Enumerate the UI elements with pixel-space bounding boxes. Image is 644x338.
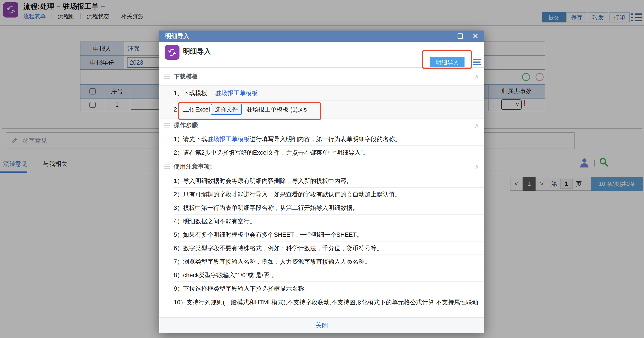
- upload-step-label: 2、上传Excel: [174, 105, 210, 114]
- chevron-up-icon[interactable]: ∧: [474, 163, 479, 171]
- dialog-title: 明细导入: [165, 32, 458, 40]
- note-row: 8）check类型字段输入“1/0”或“是/否”。: [159, 268, 484, 282]
- dialog-titlebar[interactable]: 明细导入 ✕: [159, 31, 484, 42]
- section-title: 下载模板: [174, 73, 198, 81]
- row-separator: [159, 309, 484, 309]
- download-step-label: 1、下载模板: [174, 89, 207, 97]
- chevron-up-icon[interactable]: ∧: [474, 73, 479, 81]
- template-download-link[interactable]: 驻场报工单模板: [207, 135, 250, 143]
- section-download-template[interactable]: 下载模板 ∧: [159, 68, 484, 85]
- note-row: 1）导入明细数据时会将原有明细内容删除，导入新的模板中内容。: [159, 174, 484, 188]
- note-text: 10）支持行列规则(一般模式和HTML模式),不支持字段联动,不支持图形化模式下…: [174, 298, 478, 306]
- import-dialog-icon: [165, 45, 180, 60]
- section-usage-notes[interactable]: 使用注意事项: ∧: [159, 159, 484, 174]
- step-text: 1）请先下载: [174, 135, 207, 143]
- choose-file-button[interactable]: 选择文件: [211, 104, 242, 115]
- note-row: 3）模板中第一行为表单明细字段名称，从第二行开始导入明细数据。: [159, 201, 484, 215]
- note-text: 3）模板中第一行为表单明细字段名称，从第二行开始导入明细数据。: [174, 204, 358, 212]
- dialog-menu-icon[interactable]: [472, 59, 481, 65]
- note-row: 9）下拉选择框类型字段输入下拉选择框显示名称。: [159, 282, 484, 295]
- note-row: 6）数字类型字段不要有特殊格式，例如：科学计数法，千分位，货币符号等。: [159, 242, 484, 255]
- note-row: 7）浏览类型字段直接输入名称，例如：人力资源字段直接输入人员名称。: [159, 255, 484, 268]
- drag-handle-icon[interactable]: [164, 123, 170, 127]
- note-row: 2）只有可编辑的字段才能进行导入，如果查看的字段有默认值的会自动加上默认值。: [159, 188, 484, 201]
- note-text: 6）数字类型字段不要有特殊格式，例如：科学计数法，千分位，货币符号等。: [174, 244, 383, 252]
- download-template-row: 1、下载模板 驻场报工单模板: [159, 86, 484, 101]
- note-row: 5）如果有多个明细时模板中会有多个SHEET，一个明细一个SHEET。: [159, 228, 484, 242]
- upload-excel-row: 2、上传Excel 驻场报工单模板 (1).xls: [159, 101, 484, 118]
- drag-handle-icon[interactable]: [164, 75, 170, 79]
- note-text: 5）如果有多个明细时模板中会有多个SHEET，一个明细一个SHEET。: [174, 231, 362, 239]
- step-row: 2）请在第2步中选择填写好的Excel文件，并点击右键菜单中“明细导入”。: [159, 146, 484, 159]
- selected-file-name: 驻场报工单模板 (1).xls: [246, 105, 307, 114]
- note-row: 10）支持行列规则(一般模式和HTML模式),不支持字段联动,不支持图形化模式下…: [159, 295, 484, 309]
- detail-import-button[interactable]: 明细导入: [430, 57, 464, 68]
- note-text: 1）导入明细数据时会将原有明细内容删除，导入新的模板中内容。: [174, 177, 352, 185]
- step-text: 2）请在第2步中选择填写好的Excel文件，并点击右键菜单中“明细导入”。: [174, 148, 368, 157]
- note-text: 2）只有可编辑的字段才能进行导入，如果查看的字段有默认值的会自动加上默认值。: [174, 190, 401, 198]
- note-row: 4）明细数据之间不能有空行。: [159, 215, 484, 228]
- chevron-up-icon[interactable]: ∧: [474, 121, 479, 129]
- step-text: 进行填写导入明细内容，第一行为表单明细字段的名称。: [250, 135, 401, 143]
- template-download-link[interactable]: 驻场报工单模板: [215, 89, 258, 97]
- close-icon[interactable]: ✕: [472, 33, 478, 40]
- note-text: 8）check类型字段输入“1/0”或“是/否”。: [174, 271, 278, 279]
- maximize-icon[interactable]: [458, 34, 463, 39]
- section-title: 操作步骤: [174, 121, 198, 129]
- page-root: 流程:处理 – 驻场报工单 – 流程表单 流程图 流程状态 相关资源 提交 保存…: [0, 0, 644, 338]
- note-text: 7）浏览类型字段直接输入名称，例如：人力资源字段直接输入人员名称。: [174, 258, 370, 266]
- drag-handle-icon[interactable]: [164, 164, 170, 169]
- note-text: 9）下拉选择框类型字段输入下拉选择框显示名称。: [174, 285, 310, 293]
- step-row: 1）请先下载 驻场报工单模板 进行填写导入明细内容，第一行为表单明细字段的名称。: [159, 132, 484, 146]
- dialog-footer: 关闭: [159, 317, 484, 333]
- close-dialog-link[interactable]: 关闭: [316, 321, 328, 330]
- note-text: 4）明细数据之间不能有空行。: [174, 217, 256, 225]
- dialog-heading: 明细导入: [183, 47, 211, 56]
- section-operation-steps[interactable]: 操作步骤 ∧: [159, 118, 484, 132]
- detail-import-dialog: 明细导入 ✕ 明细导入 明细导入 下载模板 ∧ 1、下载模板 驻场报工单模板 2…: [159, 31, 484, 333]
- section-title: 使用注意事项:: [174, 162, 212, 171]
